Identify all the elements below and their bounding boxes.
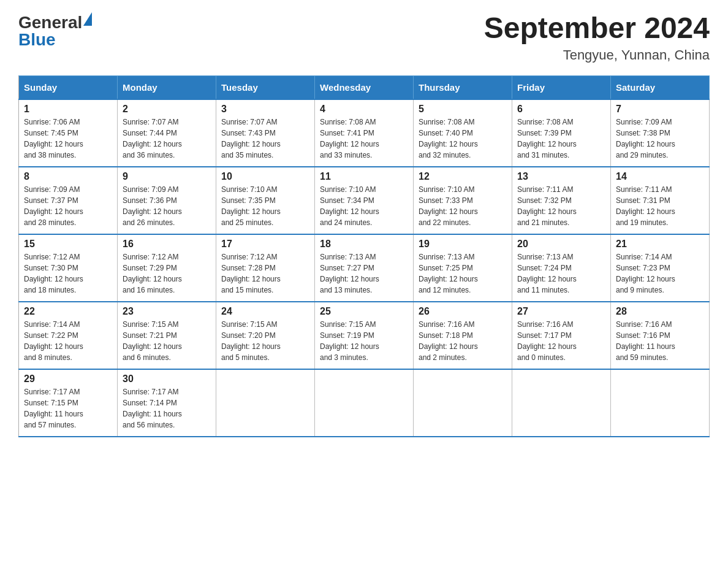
calendar-day-header: Sunday bbox=[19, 75, 118, 99]
day-number: 22 bbox=[24, 306, 112, 317]
calendar-day-cell: 2 Sunrise: 7:07 AMSunset: 7:44 PMDayligh… bbox=[118, 99, 216, 167]
calendar-day-cell: 26 Sunrise: 7:16 AMSunset: 7:18 PMDaylig… bbox=[414, 302, 512, 369]
day-info: Sunrise: 7:15 AMSunset: 7:21 PMDaylight:… bbox=[123, 319, 211, 363]
page-header: General Blue September 2024 Tengyue, Yun… bbox=[18, 12, 710, 63]
day-info: Sunrise: 7:17 AMSunset: 7:15 PMDaylight:… bbox=[24, 386, 112, 431]
calendar-day-cell: 17 Sunrise: 7:12 AMSunset: 7:28 PMDaylig… bbox=[216, 234, 315, 302]
day-info: Sunrise: 7:12 AMSunset: 7:30 PMDaylight:… bbox=[24, 251, 112, 296]
logo-line2: Blue bbox=[18, 31, 56, 48]
calendar-day-cell: 24 Sunrise: 7:15 AMSunset: 7:20 PMDaylig… bbox=[216, 302, 315, 369]
day-number: 27 bbox=[517, 306, 605, 317]
day-number: 23 bbox=[123, 306, 211, 317]
day-info: Sunrise: 7:14 AMSunset: 7:22 PMDaylight:… bbox=[24, 319, 112, 363]
day-number: 17 bbox=[221, 239, 309, 250]
calendar-day-cell: 4 Sunrise: 7:08 AMSunset: 7:41 PMDayligh… bbox=[315, 99, 414, 167]
calendar-day-header: Saturday bbox=[611, 75, 710, 99]
calendar-title: September 2024 bbox=[484, 12, 710, 45]
day-number: 28 bbox=[616, 306, 704, 317]
day-number: 5 bbox=[419, 104, 507, 115]
calendar-subtitle: Tengyue, Yunnan, China bbox=[484, 47, 710, 63]
calendar-week-row: 15 Sunrise: 7:12 AMSunset: 7:30 PMDaylig… bbox=[19, 234, 710, 302]
day-number: 9 bbox=[123, 171, 211, 182]
calendar-day-cell bbox=[512, 369, 611, 437]
day-number: 6 bbox=[517, 104, 605, 115]
calendar-table: SundayMondayTuesdayWednesdayThursdayFrid… bbox=[18, 75, 710, 437]
calendar-day-cell: 13 Sunrise: 7:11 AMSunset: 7:32 PMDaylig… bbox=[512, 167, 611, 234]
day-info: Sunrise: 7:10 AMSunset: 7:33 PMDaylight:… bbox=[419, 184, 507, 228]
calendar-day-cell: 25 Sunrise: 7:15 AMSunset: 7:19 PMDaylig… bbox=[315, 302, 414, 369]
calendar-day-cell: 10 Sunrise: 7:10 AMSunset: 7:35 PMDaylig… bbox=[216, 167, 315, 234]
day-info: Sunrise: 7:13 AMSunset: 7:24 PMDaylight:… bbox=[517, 251, 605, 296]
calendar-day-cell: 7 Sunrise: 7:09 AMSunset: 7:38 PMDayligh… bbox=[611, 99, 710, 167]
day-info: Sunrise: 7:09 AMSunset: 7:36 PMDaylight:… bbox=[123, 184, 211, 228]
day-info: Sunrise: 7:10 AMSunset: 7:35 PMDaylight:… bbox=[221, 184, 309, 228]
calendar-week-row: 8 Sunrise: 7:09 AMSunset: 7:37 PMDayligh… bbox=[19, 167, 710, 234]
day-info: Sunrise: 7:12 AMSunset: 7:29 PMDaylight:… bbox=[123, 251, 211, 296]
day-info: Sunrise: 7:13 AMSunset: 7:25 PMDaylight:… bbox=[419, 251, 507, 296]
logo: General Blue bbox=[18, 12, 92, 48]
calendar-day-header: Wednesday bbox=[315, 75, 414, 99]
day-info: Sunrise: 7:13 AMSunset: 7:27 PMDaylight:… bbox=[320, 251, 408, 296]
logo-general: General bbox=[18, 13, 82, 32]
calendar-day-cell bbox=[414, 369, 512, 437]
day-number: 20 bbox=[517, 239, 605, 250]
calendar-week-row: 22 Sunrise: 7:14 AMSunset: 7:22 PMDaylig… bbox=[19, 302, 710, 369]
calendar-day-cell: 6 Sunrise: 7:08 AMSunset: 7:39 PMDayligh… bbox=[512, 99, 611, 167]
calendar-week-row: 29 Sunrise: 7:17 AMSunset: 7:15 PMDaylig… bbox=[19, 369, 710, 437]
day-number: 4 bbox=[320, 104, 408, 115]
calendar-day-cell: 28 Sunrise: 7:16 AMSunset: 7:16 PMDaylig… bbox=[611, 302, 710, 369]
day-info: Sunrise: 7:08 AMSunset: 7:39 PMDaylight:… bbox=[517, 117, 605, 161]
calendar-day-cell: 5 Sunrise: 7:08 AMSunset: 7:40 PMDayligh… bbox=[414, 99, 512, 167]
logo-line1: General bbox=[18, 12, 92, 31]
day-number: 13 bbox=[517, 171, 605, 182]
title-area: September 2024 Tengyue, Yunnan, China bbox=[484, 12, 710, 63]
day-number: 16 bbox=[123, 239, 211, 250]
day-info: Sunrise: 7:16 AMSunset: 7:18 PMDaylight:… bbox=[419, 319, 507, 363]
logo-triangle-icon bbox=[83, 12, 92, 26]
day-info: Sunrise: 7:08 AMSunset: 7:41 PMDaylight:… bbox=[320, 117, 408, 161]
day-info: Sunrise: 7:07 AMSunset: 7:44 PMDaylight:… bbox=[123, 117, 211, 161]
day-number: 21 bbox=[616, 239, 704, 250]
day-info: Sunrise: 7:16 AMSunset: 7:16 PMDaylight:… bbox=[616, 319, 704, 363]
calendar-day-cell: 3 Sunrise: 7:07 AMSunset: 7:43 PMDayligh… bbox=[216, 99, 315, 167]
day-number: 8 bbox=[24, 171, 112, 182]
calendar-day-cell: 18 Sunrise: 7:13 AMSunset: 7:27 PMDaylig… bbox=[315, 234, 414, 302]
day-info: Sunrise: 7:14 AMSunset: 7:23 PMDaylight:… bbox=[616, 251, 704, 296]
day-number: 29 bbox=[24, 373, 112, 385]
calendar-day-cell bbox=[611, 369, 710, 437]
calendar-day-cell bbox=[315, 369, 414, 437]
day-info: Sunrise: 7:15 AMSunset: 7:19 PMDaylight:… bbox=[320, 319, 408, 363]
day-number: 30 bbox=[123, 373, 211, 385]
day-number: 11 bbox=[320, 171, 408, 182]
logo-blue: Blue bbox=[18, 30, 56, 49]
day-number: 18 bbox=[320, 239, 408, 250]
calendar-day-cell: 23 Sunrise: 7:15 AMSunset: 7:21 PMDaylig… bbox=[118, 302, 216, 369]
calendar-day-header: Thursday bbox=[414, 75, 512, 99]
calendar-day-header: Tuesday bbox=[216, 75, 315, 99]
calendar-day-header: Monday bbox=[118, 75, 216, 99]
day-info: Sunrise: 7:12 AMSunset: 7:28 PMDaylight:… bbox=[221, 251, 309, 296]
calendar-day-cell: 19 Sunrise: 7:13 AMSunset: 7:25 PMDaylig… bbox=[414, 234, 512, 302]
day-number: 24 bbox=[221, 306, 309, 317]
calendar-day-cell: 30 Sunrise: 7:17 AMSunset: 7:14 PMDaylig… bbox=[118, 369, 216, 437]
day-info: Sunrise: 7:17 AMSunset: 7:14 PMDaylight:… bbox=[123, 386, 211, 431]
day-info: Sunrise: 7:06 AMSunset: 7:45 PMDaylight:… bbox=[24, 117, 112, 161]
calendar-day-cell: 15 Sunrise: 7:12 AMSunset: 7:30 PMDaylig… bbox=[19, 234, 118, 302]
day-info: Sunrise: 7:10 AMSunset: 7:34 PMDaylight:… bbox=[320, 184, 408, 228]
day-number: 12 bbox=[419, 171, 507, 182]
calendar-day-cell: 11 Sunrise: 7:10 AMSunset: 7:34 PMDaylig… bbox=[315, 167, 414, 234]
day-info: Sunrise: 7:07 AMSunset: 7:43 PMDaylight:… bbox=[221, 117, 309, 161]
calendar-day-cell: 9 Sunrise: 7:09 AMSunset: 7:36 PMDayligh… bbox=[118, 167, 216, 234]
calendar-day-cell: 1 Sunrise: 7:06 AMSunset: 7:45 PMDayligh… bbox=[19, 99, 118, 167]
day-info: Sunrise: 7:11 AMSunset: 7:31 PMDaylight:… bbox=[616, 184, 704, 228]
calendar-day-cell: 14 Sunrise: 7:11 AMSunset: 7:31 PMDaylig… bbox=[611, 167, 710, 234]
calendar-day-cell: 8 Sunrise: 7:09 AMSunset: 7:37 PMDayligh… bbox=[19, 167, 118, 234]
day-number: 14 bbox=[616, 171, 704, 182]
day-info: Sunrise: 7:09 AMSunset: 7:37 PMDaylight:… bbox=[24, 184, 112, 228]
calendar-day-cell: 16 Sunrise: 7:12 AMSunset: 7:29 PMDaylig… bbox=[118, 234, 216, 302]
calendar-day-header: Friday bbox=[512, 75, 611, 99]
calendar-day-cell: 27 Sunrise: 7:16 AMSunset: 7:17 PMDaylig… bbox=[512, 302, 611, 369]
day-info: Sunrise: 7:15 AMSunset: 7:20 PMDaylight:… bbox=[221, 319, 309, 363]
logo-text: General Blue bbox=[18, 12, 92, 48]
day-number: 1 bbox=[24, 104, 112, 115]
